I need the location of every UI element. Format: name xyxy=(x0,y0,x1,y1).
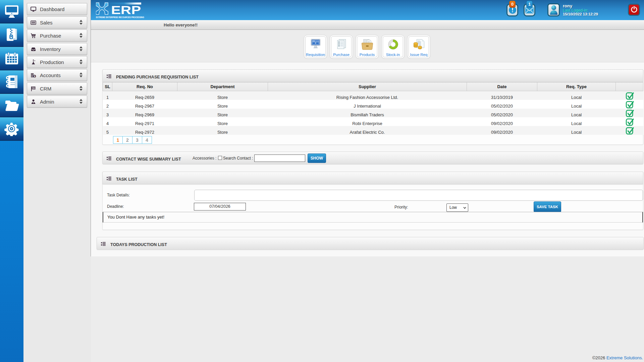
svg-text:ERP: ERP xyxy=(111,3,141,16)
svg-text:$: $ xyxy=(34,75,35,77)
